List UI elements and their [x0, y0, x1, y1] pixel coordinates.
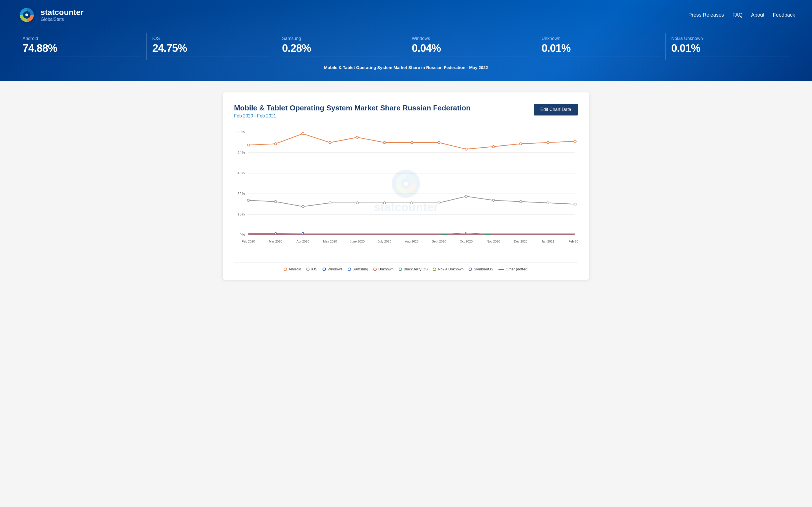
svg-text:June 2020: June 2020 — [350, 240, 364, 243]
svg-point-39 — [465, 148, 467, 151]
svg-text:Feb 2021: Feb 2021 — [568, 240, 578, 243]
svg-point-45 — [274, 201, 276, 203]
stats-row: Android 74.88% iOS 24.75% Samsung 0.28% … — [17, 33, 795, 60]
svg-point-35 — [356, 136, 358, 138]
legend-samsung-label: Samsung — [353, 267, 368, 271]
legend-other-line — [499, 269, 504, 270]
svg-point-56 — [574, 203, 576, 205]
stat-unknown-value: 0.01% — [542, 42, 660, 54]
nav-faq[interactable]: FAQ — [732, 12, 743, 18]
legend-ios: iOS — [306, 267, 317, 271]
svg-text:48%: 48% — [238, 171, 245, 175]
nav-press-releases[interactable]: Press Releases — [689, 12, 724, 18]
svg-text:0%: 0% — [240, 233, 245, 237]
svg-text:Sept 2020: Sept 2020 — [432, 240, 446, 243]
svg-text:Dec 2020: Dec 2020 — [514, 240, 527, 243]
legend-windows: Windows — [322, 267, 343, 271]
svg-point-41 — [520, 143, 522, 145]
svg-text:Mar 2020: Mar 2020 — [269, 240, 282, 243]
svg-text:16%: 16% — [238, 212, 245, 216]
stat-unknown: Unknown 0.01% — [536, 33, 666, 60]
stat-windows: Windows 0.04% — [406, 33, 536, 60]
legend-unknown-dot — [373, 268, 377, 271]
stat-windows-label: Windows — [412, 36, 530, 41]
svg-text:Oct 2020: Oct 2020 — [460, 240, 472, 243]
svg-point-32 — [274, 143, 276, 145]
svg-text:May 2020: May 2020 — [323, 240, 337, 243]
svg-text:64%: 64% — [238, 151, 245, 155]
legend-ios-label: iOS — [311, 267, 317, 271]
legend-ios-dot — [306, 268, 310, 271]
header-subtitle: Mobile & Tablet Operating System Market … — [17, 65, 795, 73]
chart-title: Mobile & Tablet Operating System Market … — [234, 104, 470, 112]
stat-unknown-underline — [542, 57, 660, 57]
main-content: Mobile & Tablet Operating System Market … — [223, 93, 589, 280]
legend-samsung: Samsung — [348, 267, 368, 271]
svg-text:Jan 2021: Jan 2021 — [541, 240, 554, 243]
svg-point-33 — [302, 133, 304, 135]
stat-windows-underline — [412, 57, 530, 57]
chart-area: statcounter 80% 64% 48% 32% 16% 0% Feb 2… — [234, 127, 578, 257]
svg-point-36 — [384, 142, 386, 144]
svg-point-38 — [438, 142, 440, 144]
svg-point-47 — [329, 202, 331, 204]
svg-point-31 — [247, 144, 250, 146]
svg-text:Aug 2020: Aug 2020 — [405, 240, 418, 243]
stat-ios-underline — [152, 57, 270, 57]
chart-header: Mobile & Tablet Operating System Market … — [234, 104, 578, 119]
brand-sub: GlobalStats — [41, 17, 84, 22]
nav-feedback[interactable]: Feedback — [773, 12, 795, 18]
svg-text:80%: 80% — [238, 130, 245, 134]
legend: Android iOS Windows Samsung Unknown Blac… — [234, 262, 578, 271]
nav-about[interactable]: About — [751, 12, 764, 18]
svg-point-44 — [247, 199, 250, 202]
stat-android-underline — [22, 57, 141, 57]
svg-text:July 2020: July 2020 — [378, 240, 391, 243]
legend-blackberry: BlackBerry OS — [399, 267, 428, 271]
svg-text:Apr 2020: Apr 2020 — [296, 240, 309, 243]
brand-name: statcounter — [41, 8, 84, 17]
stat-samsung: Samsung 0.28% — [276, 33, 406, 60]
stat-ios-value: 24.75% — [152, 42, 270, 54]
legend-android-dot — [284, 268, 287, 271]
svg-point-51 — [438, 202, 440, 204]
stat-nokia: Nokia Unknown 0.01% — [666, 33, 795, 60]
svg-point-52 — [465, 195, 467, 198]
svg-point-49 — [384, 202, 386, 204]
legend-symbian-label: SymbianOS — [474, 267, 493, 271]
svg-point-59 — [465, 232, 467, 234]
legend-unknown: Unknown — [373, 267, 394, 271]
svg-point-53 — [492, 199, 495, 202]
legend-blackberry-label: BlackBerry OS — [404, 267, 428, 271]
edit-chart-button[interactable]: Edit Chart Data — [534, 104, 578, 115]
stat-nokia-underline — [671, 57, 790, 57]
logo-icon — [17, 5, 37, 25]
legend-windows-label: Windows — [327, 267, 343, 271]
svg-point-40 — [492, 146, 495, 148]
nav-bar: statcounter GlobalStats Press Releases F… — [17, 0, 795, 27]
svg-point-55 — [547, 202, 549, 204]
line-chart: 80% 64% 48% 32% 16% 0% Feb 2020 Mar 2020… — [234, 127, 578, 257]
stat-unknown-label: Unknown — [542, 36, 660, 41]
legend-android-label: Android — [289, 267, 301, 271]
legend-unknown-label: Unknown — [378, 267, 394, 271]
svg-text:Nov 2020: Nov 2020 — [487, 240, 500, 243]
chart-subtitle: Feb 2020 - Feb 2021 — [234, 114, 470, 119]
legend-blackberry-dot — [399, 268, 402, 271]
legend-nokia-label: Nokia Unknown — [438, 267, 463, 271]
svg-point-37 — [410, 142, 413, 144]
stat-android-label: Android — [22, 36, 141, 41]
legend-samsung-dot — [348, 268, 351, 271]
svg-point-46 — [302, 205, 304, 208]
legend-windows-dot — [322, 268, 326, 271]
legend-nokia-dot — [433, 268, 436, 271]
svg-point-57 — [274, 232, 276, 234]
header: statcounter GlobalStats Press Releases F… — [0, 0, 812, 81]
stat-samsung-label: Samsung — [282, 36, 400, 41]
svg-point-50 — [410, 202, 413, 204]
chart-title-area: Mobile & Tablet Operating System Market … — [234, 104, 470, 119]
stat-ios: iOS 24.75% — [147, 33, 276, 60]
logo-area: statcounter GlobalStats — [17, 5, 84, 25]
svg-point-58 — [302, 232, 304, 234]
svg-text:32%: 32% — [238, 191, 245, 196]
